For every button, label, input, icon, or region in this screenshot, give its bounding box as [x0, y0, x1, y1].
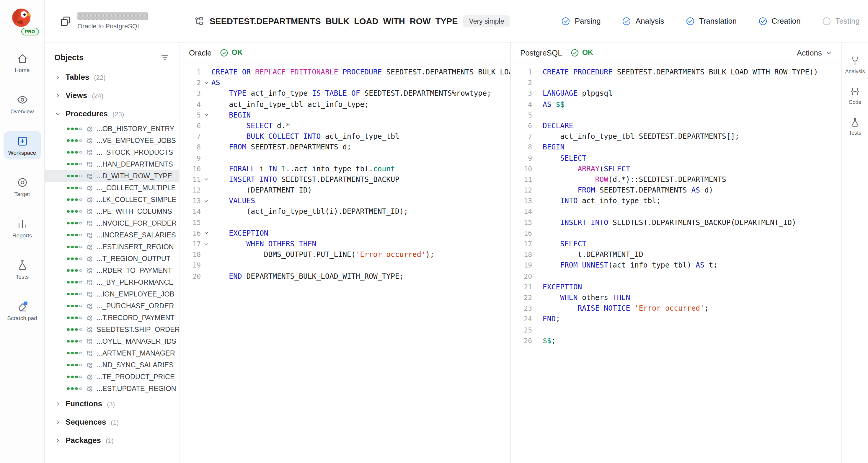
- app-logo[interactable]: PRO: [9, 6, 35, 35]
- tree-item--ve-employee-jobs[interactable]: ...VE_EMPLOYEE_JOBS: [45, 135, 179, 147]
- nav-home[interactable]: Home: [3, 49, 41, 77]
- code-line: 12 (DEPARTMENT_ID): [180, 185, 510, 195]
- status-dots-icon: [67, 140, 82, 142]
- nav-workspace[interactable]: Workspace: [3, 131, 41, 159]
- code-line-text: DECLARE: [542, 121, 841, 131]
- tree-item--pe-with-columns[interactable]: ...PE_WITH_COLUMNS: [45, 206, 179, 217]
- fold-chevron-icon[interactable]: [201, 241, 211, 247]
- nav-reports[interactable]: Reports: [3, 214, 41, 242]
- line-number: 13: [180, 196, 201, 207]
- tree-item--nvoice-for-order[interactable]: ...NVOICE_FOR_ORDER: [45, 217, 179, 229]
- nav-overview[interactable]: Overview: [3, 90, 41, 118]
- tree-item--ob-history-entry[interactable]: ...OB_HISTORY_ENTRY: [45, 123, 179, 135]
- code-line: 24END;: [511, 314, 841, 325]
- target-code-editor[interactable]: 1CREATE PROCEDURE SEEDTEST.DEPARTMENTS_B…: [511, 63, 841, 463]
- line-number: 11: [511, 174, 532, 185]
- rail-code[interactable]: Code: [848, 86, 861, 105]
- code-line: 7 act_info_type_tbl SEEDTEST.DEPARTMENTS…: [511, 131, 841, 142]
- procedure-icon: [86, 362, 92, 368]
- object-title: SEEDTEST.DEPARTMENTS_BULK_LOAD_WITH_ROW_…: [210, 16, 458, 26]
- tab-oracle[interactable]: Oracle: [189, 48, 212, 57]
- tab-postgresql[interactable]: PostgreSQL: [520, 48, 562, 57]
- tree-item-label: ...INCREASE_SALARIES: [97, 231, 176, 239]
- tree-group-functions[interactable]: Functions(3): [45, 395, 179, 413]
- parrot-logo-icon: [9, 6, 35, 30]
- objects-panel-header: Objects: [45, 42, 179, 68]
- pending-circle-icon: [822, 16, 831, 26]
- tree-group-label: Functions: [66, 399, 102, 408]
- actions-dropdown[interactable]: Actions: [797, 48, 832, 57]
- target-status-badge: OK: [570, 48, 593, 57]
- rail-analysis[interactable]: Analysis: [845, 56, 865, 74]
- tree-item--te-product-price[interactable]: ...TE_PRODUCT_PRICE: [45, 371, 179, 383]
- tree-item--d-with-row-type[interactable]: ...D_WITH_ROW_TYPE: [45, 170, 179, 182]
- fold-chevron-icon[interactable]: [201, 80, 211, 86]
- fold-chevron-icon[interactable]: [201, 113, 211, 118]
- nav-tests[interactable]: Tests: [3, 255, 41, 283]
- tree-item--est-update-region[interactable]: ...EST.UPDATE_REGION: [45, 383, 179, 395]
- code-line-text: CREATE PROCEDURE SEEDTEST.DEPARTMENTS_BU…: [542, 67, 841, 78]
- pipeline-connector: [741, 21, 753, 21]
- tree-item--est-insert-region[interactable]: ...EST.INSERT_REGION: [45, 241, 179, 253]
- tree-item--collect-multiple[interactable]: ..._COLLECT_MULTIPLE: [45, 182, 179, 194]
- tree-item-seedtest-ship-order[interactable]: SEEDTEST.SHIP_ORDER: [45, 323, 179, 335]
- code-line-text: WHEN OTHERS THEN: [211, 239, 510, 249]
- tree-group-packages[interactable]: Packages(1): [45, 431, 179, 450]
- code-line-text: ARRAY(SELECT: [542, 163, 841, 174]
- project-info[interactable]: Oracle to PostgreSQL: [60, 12, 148, 30]
- tree-item--t-region-output[interactable]: ...T_REGION_OUTPUT: [45, 253, 179, 265]
- tree-item--artment-manager[interactable]: ...ARTMENT_MANAGER: [45, 347, 179, 359]
- tree-item--nd-sync-salaries[interactable]: ...ND_SYNC_SALARIES: [45, 359, 179, 371]
- pipeline: ParsingAnalysisTranslationCreationTestin…: [561, 16, 860, 26]
- rail-tests[interactable]: Tests: [849, 117, 861, 136]
- source-tabbar: Oracle OK: [180, 42, 510, 63]
- line-number: 5: [180, 110, 201, 121]
- tree-group-views[interactable]: Views(24): [45, 86, 179, 104]
- tree-group-procedures[interactable]: Procedures(23): [45, 104, 179, 123]
- nav-label: Scratch pad: [7, 315, 37, 321]
- tree-item--rder-to-payment[interactable]: ...RDER_TO_PAYMENT: [45, 265, 179, 276]
- status-dots-icon: [67, 246, 82, 248]
- code-line-text: SELECT d.*: [211, 121, 510, 131]
- tree-item--han-departments[interactable]: ...HAN_DEPARTMENTS: [45, 158, 179, 170]
- filter-icon[interactable]: [160, 53, 169, 62]
- code-line-text: INSERT INTO SEEDTEST.DEPARTMENTS_BACKUP(…: [542, 217, 841, 228]
- tree-item--ign-employee-job[interactable]: ...IGN_EMPLOYEE_JOB: [45, 288, 179, 300]
- fold-chevron-icon[interactable]: [201, 177, 211, 182]
- tree-group-count: (24): [92, 92, 103, 99]
- tree-item--lk-collect-simple[interactable]: ...LK_COLLECT_SIMPLE: [45, 194, 179, 206]
- tree-group-tables[interactable]: Tables(22): [45, 68, 179, 86]
- tree-item--stock-products[interactable]: ..._STOCK_PRODUCTS: [45, 147, 179, 158]
- target-tabbar: PostgreSQL OK Actions: [511, 42, 841, 63]
- fold-chevron-icon[interactable]: [201, 198, 211, 204]
- code-line-text: EXCEPTION: [542, 282, 841, 292]
- tree-item--purchase-order[interactable]: ..._PURCHASE_ORDER: [45, 300, 179, 312]
- source-code-editor[interactable]: 1CREATE OR REPLACE EDITIONABLE PROCEDURE…: [180, 63, 510, 463]
- code-line: 12 FROM SEEDTEST.DEPARTMENTS AS d): [511, 185, 841, 195]
- pipeline-step-testing[interactable]: Testing: [822, 16, 860, 26]
- tree-group-sequences[interactable]: Sequences(1): [45, 413, 179, 431]
- tree-item--by-performance[interactable]: ..._BY_PERFORMANCE: [45, 276, 179, 288]
- code-line-text: FROM UNNEST(act_info_type_tbl) AS t;: [542, 260, 841, 271]
- tree-item--oyee-manager-ids[interactable]: ...OYEE_MANAGER_IDS: [45, 335, 179, 347]
- tree-item--increase-salaries[interactable]: ...INCREASE_SALARIES: [45, 229, 179, 241]
- tree-item-label: ...T.RECORD_PAYMENT: [97, 314, 175, 322]
- line-number: 19: [180, 260, 201, 271]
- tree-item-label: ...D_WITH_ROW_TYPE: [97, 172, 172, 180]
- tree-item--t-record-payment[interactable]: ...T.RECORD_PAYMENT: [45, 312, 179, 323]
- overview-icon: [16, 94, 28, 106]
- pipeline-step-creation[interactable]: Creation: [758, 16, 800, 26]
- objects-tree: Tables(22)Views(24)Procedures(23)...OB_H…: [45, 68, 179, 463]
- pipeline-step-analysis[interactable]: Analysis: [622, 16, 664, 26]
- code-line: 8 FROM SEEDTEST.DEPARTMENTS d;: [180, 142, 510, 153]
- nav-target[interactable]: Target: [3, 173, 41, 201]
- code-line: 2: [511, 78, 841, 88]
- line-number: 7: [180, 131, 201, 142]
- pipeline-step-parsing[interactable]: Parsing: [561, 16, 601, 26]
- pipeline-step-translation[interactable]: Translation: [686, 16, 737, 26]
- line-number: 21: [511, 282, 532, 292]
- fold-chevron-icon[interactable]: [201, 230, 211, 236]
- nav-scratch-pad[interactable]: Scratch pad: [3, 297, 41, 325]
- left-nav: PRO HomeOverviewWorkspaceTargetReportsTe…: [0, 0, 45, 463]
- rail-label: Code: [848, 99, 861, 105]
